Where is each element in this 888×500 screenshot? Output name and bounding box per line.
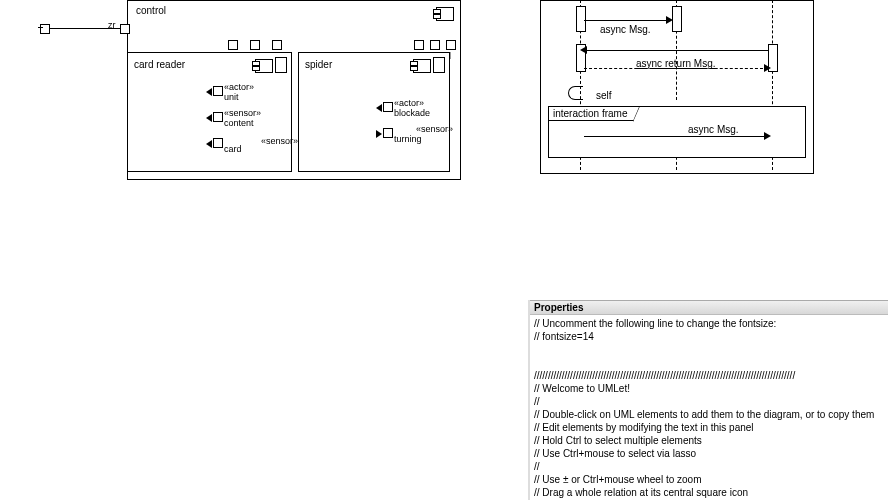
control-label: control bbox=[136, 5, 166, 16]
cr-actor1: «actor» bbox=[224, 82, 254, 92]
msg1-line[interactable] bbox=[584, 20, 670, 21]
msg-back-line[interactable] bbox=[584, 50, 768, 51]
properties-header: Properties bbox=[530, 301, 888, 315]
component-card-reader[interactable]: card reader bbox=[127, 52, 292, 172]
interface-icon[interactable] bbox=[40, 24, 50, 34]
port-t[interactable] bbox=[430, 40, 440, 50]
port-cr-card[interactable] bbox=[213, 138, 223, 148]
component-icon bbox=[413, 59, 431, 73]
msg3-label: async Msg. bbox=[688, 124, 739, 135]
sp-sensor: «sensor» bbox=[416, 124, 453, 134]
port-zr-label: zr bbox=[108, 20, 116, 30]
cr-content-lbl: content bbox=[224, 118, 254, 128]
doc-icon bbox=[433, 57, 445, 73]
interaction-frame-label: interaction frame bbox=[553, 108, 627, 119]
port-tri bbox=[376, 130, 382, 138]
port-sp-blockade[interactable] bbox=[383, 102, 393, 112]
card-reader-label: card reader bbox=[134, 59, 185, 70]
port-content-top[interactable] bbox=[250, 40, 260, 50]
doc-icon bbox=[275, 57, 287, 73]
cr-card-lbl: card bbox=[224, 144, 242, 154]
activation[interactable] bbox=[672, 6, 682, 32]
cr-unit-lbl: unit bbox=[224, 92, 239, 102]
port-cr-unit[interactable] bbox=[213, 86, 223, 96]
diagram-canvas[interactable]: control zr unit content card o t l card … bbox=[0, 0, 888, 300]
port-tri bbox=[206, 140, 212, 148]
port-tri bbox=[376, 104, 382, 112]
port-cr-content[interactable] bbox=[213, 112, 223, 122]
spider-label: spider bbox=[305, 59, 332, 70]
arrow-icon bbox=[764, 64, 771, 72]
interaction-frame-tag: interaction frame bbox=[548, 106, 634, 121]
port-card-top[interactable] bbox=[272, 40, 282, 50]
component-icon bbox=[436, 7, 454, 21]
activation[interactable] bbox=[576, 6, 586, 32]
cr-sensor2: «sensor» bbox=[261, 136, 298, 146]
port-o[interactable] bbox=[414, 40, 424, 50]
sp-turning: turning bbox=[394, 134, 422, 144]
msg2-label: async return Msg. bbox=[636, 58, 715, 69]
port-l[interactable] bbox=[446, 40, 456, 50]
port-tri bbox=[206, 88, 212, 96]
self-label: self bbox=[596, 90, 612, 101]
port-unit-top[interactable] bbox=[228, 40, 238, 50]
msg3-line[interactable] bbox=[584, 136, 768, 137]
properties-text[interactable]: // Uncomment the following line to chang… bbox=[530, 315, 888, 500]
msg1-label: async Msg. bbox=[600, 24, 651, 35]
sp-blockade: blockade bbox=[394, 108, 430, 118]
sp-actor: «actor» bbox=[394, 98, 424, 108]
arrow-icon bbox=[666, 16, 673, 24]
properties-panel: Properties // Uncomment the following li… bbox=[530, 300, 888, 500]
port-sp-turning[interactable] bbox=[383, 128, 393, 138]
arrow-icon bbox=[580, 46, 587, 54]
app-root: control zr unit content card o t l card … bbox=[0, 0, 888, 500]
self-msg[interactable] bbox=[568, 86, 583, 100]
component-icon bbox=[255, 59, 273, 73]
port-zr[interactable] bbox=[120, 24, 130, 34]
arrow-icon bbox=[764, 132, 771, 140]
port-tri bbox=[206, 114, 212, 122]
cr-sensor1: «sensor» bbox=[224, 108, 261, 118]
